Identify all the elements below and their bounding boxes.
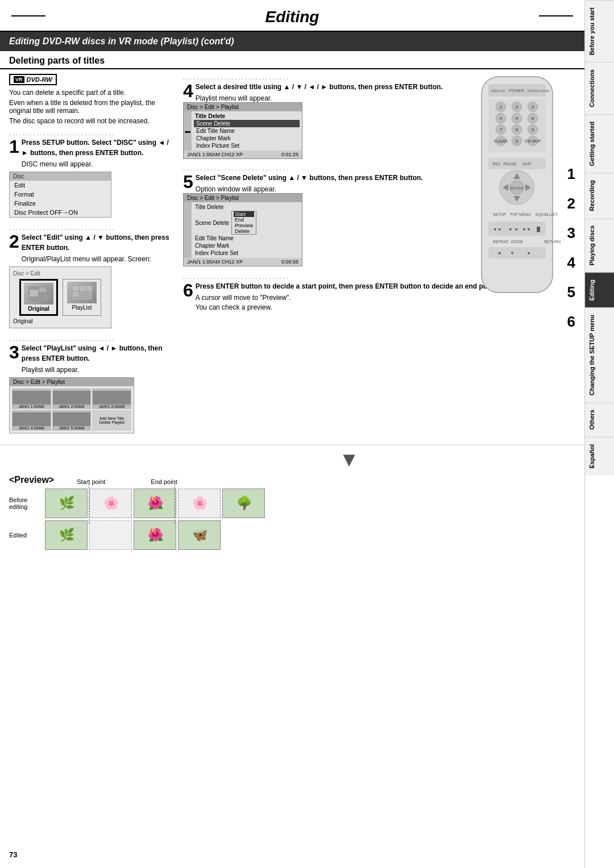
step4-item-scene-delete[interactable]: Scene Delete (194, 120, 300, 127)
svg-text:►►: ►► (522, 227, 532, 232)
step3-thumb3-label: JAN/1 3:00AM (99, 404, 125, 408)
svg-text:PAUSE: PAUSE (503, 162, 517, 166)
step3-thumb4-label: JAN/1 4:00AM (19, 426, 44, 430)
svg-rect-7 (73, 292, 78, 297)
step-3-section: ............................... 3 Select… (9, 335, 174, 433)
end-point-label: End point (151, 478, 177, 485)
before-frame-1: 🌿 (45, 489, 88, 518)
sidebar-tab-connections[interactable]: Connections (585, 62, 614, 114)
step5-opt-preview[interactable]: Preview (234, 223, 254, 228)
step5-scene-delete[interactable]: Scene Delete (194, 219, 230, 227)
step2-instruction: Select "Edit" using ▲ / ▼ buttons, then … (22, 232, 174, 253)
step5-number: 5 (183, 173, 193, 191)
step5-time: 0:00:55 (281, 259, 298, 265)
svg-text:▼: ▼ (510, 251, 515, 256)
step-1-section: ............................... 1 Press … (9, 130, 174, 218)
step5-title-delete[interactable]: Title Delete (194, 203, 300, 211)
step5-edit-title[interactable]: Edit Title Name (194, 235, 300, 242)
right-sidebar: Before you start Connections Getting sta… (584, 0, 614, 868)
edited-frame-4: 🦋 (178, 520, 221, 550)
step4-menu-title: Disc > Edit > Playlist (184, 103, 302, 111)
preview-section: ▼ <Preview> Start point End point Before… (0, 445, 584, 554)
svg-text:6: 6 (532, 116, 534, 121)
svg-text:🌿: 🌿 (59, 527, 74, 542)
before-frame-2: 🌸 (89, 489, 132, 518)
svg-rect-1 (30, 290, 38, 297)
step4-item-edit-title-name[interactable]: Edit Title Name (194, 127, 300, 135)
svg-text:🌳: 🌳 (236, 495, 252, 511)
sidebar-tab-others[interactable]: Others (585, 402, 614, 436)
step-num-3: 3 (567, 218, 575, 248)
svg-text:5: 5 (516, 116, 518, 121)
preview-points: Start point End point (77, 478, 177, 485)
preview-label: <Preview> (9, 475, 54, 485)
svg-text:CLEAR: CLEAR (494, 139, 507, 143)
svg-text:0: 0 (516, 139, 518, 144)
before-frame-3: 🌺 (134, 489, 176, 518)
step2-original-option[interactable]: Original (19, 279, 58, 316)
step4-item-title-delete[interactable]: Title Delete (194, 112, 300, 120)
step3-thumb2-label: JAN/1 2:00AM (59, 404, 84, 408)
sidebar-tab-recording[interactable]: Recording (585, 173, 614, 218)
svg-text:ENTER: ENTER (510, 186, 524, 190)
svg-text:2: 2 (516, 105, 518, 110)
intro-text-line2: Even when a title is deleted from the pl… (9, 99, 174, 115)
sidebar-tab-playing-discs[interactable]: Playing discs (585, 218, 614, 272)
intro-text-line1: You can delete a specific part of a titl… (9, 89, 174, 97)
step1-menu-title: Disc (10, 172, 111, 181)
step1-menu-item-edit[interactable]: Edit (10, 181, 111, 190)
svg-text:🦋: 🦋 (192, 527, 208, 542)
step5-sidebar (184, 202, 192, 258)
step2-bottom-label: Original (13, 318, 107, 324)
svg-rect-6 (86, 286, 92, 291)
step1-menu-item-format[interactable]: Format (10, 190, 111, 199)
step1-number: 1 (9, 137, 19, 156)
step2-original-label: Original (23, 306, 54, 312)
remote-control: POWER OPEN/CLOSE DISPLAY 1 2 3 4 5 (464, 74, 570, 301)
svg-text:CM SKIP: CM SKIP (525, 139, 541, 143)
step2-number: 2 (9, 232, 19, 251)
svg-text:SETUP: SETUP (493, 212, 507, 216)
step-num-6: 6 (567, 307, 575, 336)
step4-item-chapter-mark[interactable]: Chapter Mark (194, 135, 300, 142)
svg-text:9: 9 (532, 127, 534, 132)
step5-opt-end[interactable]: End (234, 217, 254, 223)
step1-menu-item-finalize[interactable]: Finalize (10, 199, 111, 208)
step5-index-picture[interactable]: Index Picture Set (194, 249, 300, 257)
step5-opt-start[interactable]: Start (234, 211, 254, 217)
step4-item-index-picture-set[interactable]: Index Picture Set (194, 142, 300, 149)
before-editing-row: Beforeediting 🌿 🌸 🌺 🌸 (9, 489, 575, 518)
step1-menu-item-protect[interactable]: Disc Protect OFF→ON (10, 208, 111, 217)
svg-text:◄: ◄ (497, 251, 501, 256)
svg-text:DISPLAY: DISPLAY (491, 89, 505, 93)
step3-thumb5-label: JAN/1 5:00AM (59, 426, 84, 430)
step-numbers-list: 1 2 3 4 5 6 (567, 159, 575, 336)
svg-rect-4 (73, 286, 78, 291)
step1-instruction: Press SETUP button. Select "DISC" using … (22, 137, 174, 158)
sidebar-tab-setup-menu[interactable]: Changing the SETUP menu (585, 307, 614, 402)
before-frame-5: 🌳 (222, 489, 265, 518)
sidebar-tab-before-you-start[interactable]: Before you start (585, 0, 614, 62)
svg-text:EQUALLIST: EQUALLIST (536, 212, 558, 217)
svg-text:8: 8 (516, 127, 518, 132)
step3-dots: ............................... (9, 335, 174, 342)
step3-number: 3 (9, 343, 19, 361)
step5-opt-delete[interactable]: Delete (234, 228, 254, 234)
step-2-section: ............................... 2 Select… (9, 224, 174, 328)
section-header: Editing DVD-RW discs in VR mode (Playlis… (0, 32, 584, 51)
sidebar-tab-getting-started[interactable]: Getting started (585, 114, 614, 173)
step3-note: Playlist will appear. (22, 366, 174, 374)
svg-text:◄◄: ◄◄ (492, 227, 501, 232)
step1-note: DISC menu will appear. (22, 160, 174, 168)
svg-text:🌺: 🌺 (147, 527, 163, 542)
sidebar-tab-espanol[interactable]: Español (585, 437, 614, 475)
edited-row: Edited 🌿 🌺 🦋 (9, 520, 575, 550)
step5-chapter-mark[interactable]: Chapter Mark (194, 242, 300, 249)
step2-playlist-option[interactable]: PlayList (63, 279, 101, 316)
step2-menu-title: Disc > Edit (13, 270, 107, 277)
svg-text:REPEAT: REPEAT (493, 240, 509, 244)
step2-note: Original/PlayList menu will appear. Scre… (22, 255, 174, 263)
svg-text:◄: ◄ (508, 227, 512, 232)
step-num-2: 2 (567, 189, 575, 218)
sidebar-tab-editing[interactable]: Editing (585, 272, 614, 307)
